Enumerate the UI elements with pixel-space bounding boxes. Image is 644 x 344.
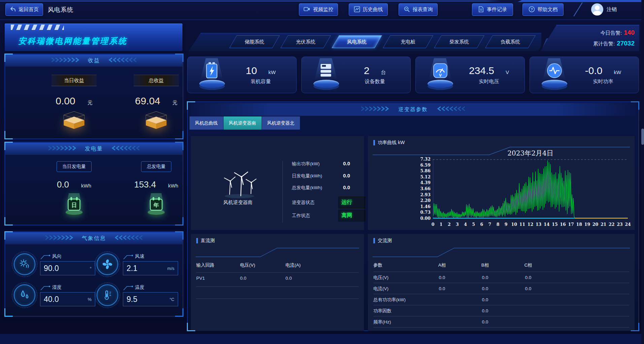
total-generation-label: 总发电量 bbox=[141, 161, 171, 172]
scrollbar-thumb[interactable] bbox=[641, 129, 644, 145]
temperature-cell: 温度 9.5°C bbox=[97, 280, 179, 311]
revenue-panel: 收益 当日收益 0.00元 总收益 69.04元 bbox=[5, 54, 183, 139]
logout-button[interactable]: 注销 bbox=[607, 6, 617, 13]
ac-table-header: 参数A相B相C相 bbox=[373, 262, 629, 268]
device-divider bbox=[282, 161, 283, 223]
humidity-label: 湿度 bbox=[52, 284, 62, 290]
y-axis-tick: 1.46 bbox=[415, 204, 431, 209]
user-avatar[interactable] bbox=[591, 3, 603, 15]
realtime-voltage-unit: V bbox=[506, 69, 509, 75]
x-axis-tick: 24 bbox=[623, 222, 632, 227]
daily-revenue-unit: 元 bbox=[88, 100, 93, 106]
output-power-value: 0.0 bbox=[343, 161, 350, 166]
svg-text:?: ? bbox=[531, 7, 533, 11]
x-axis-tick: 22 bbox=[607, 222, 616, 227]
calendar-year-icon: 年 bbox=[145, 193, 167, 218]
temperature-unit: °C bbox=[169, 297, 174, 302]
today-alarm-count: 140 bbox=[624, 29, 635, 36]
title-marker bbox=[373, 238, 375, 243]
event-log-button[interactable]: 事件记录 bbox=[472, 3, 513, 16]
wind-direction-cell: 风向 90.0° bbox=[14, 249, 97, 280]
hazard-stripes-decoration bbox=[11, 25, 64, 30]
video-monitor-button[interactable]: 视频监控 bbox=[299, 3, 338, 16]
realtime-voltage-card: V 234.5V 实时电压 bbox=[415, 57, 525, 93]
top-right-accent bbox=[518, 0, 644, 2]
daily-revenue-value: 0.00 bbox=[56, 95, 75, 107]
wind-direction-unit: ° bbox=[90, 266, 92, 271]
report-query-button[interactable]: 报表查询 bbox=[399, 3, 438, 16]
navbar-diagonal-divider bbox=[573, 2, 582, 16]
wind-speed-valuebox: 2.1m/s bbox=[123, 261, 178, 275]
wind-speed-label: 风速 bbox=[135, 253, 144, 260]
tab-wind-inverter-north[interactable]: 风机逆变器北 bbox=[262, 116, 300, 130]
ac-row-active-power: 总有功功率(kW)0.0 bbox=[373, 297, 629, 303]
voltage-gauge-icon: V bbox=[423, 58, 457, 92]
inverter-panel-header: 逆变器参数 bbox=[188, 103, 638, 116]
help-icon: ? bbox=[529, 6, 535, 13]
output-power-label: 输出功率(kW) bbox=[292, 161, 342, 167]
x-axis-tick: 23 bbox=[615, 222, 624, 227]
x-axis-tick: 21 bbox=[599, 222, 608, 227]
generation-panel-header: 发电量 bbox=[5, 143, 182, 155]
daily-generation-block: 当日发电量 0.0kWh 日 bbox=[39, 161, 109, 218]
power-curve-subpanel: 功率曲线 kW 2023年2月4日 7.326.595.865.124.393.… bbox=[368, 136, 635, 230]
gold-box-icon bbox=[140, 111, 172, 132]
weather-panel: 气象信息 风向 90.0° bbox=[5, 232, 183, 316]
daily-generation-unit: kWh bbox=[81, 183, 91, 188]
tab-wind-system[interactable]: 风电系统 bbox=[332, 35, 382, 48]
ac-side-subpanel: 交流测 参数A相B相C相 电压(V)0.00.00.0 电流(V)0.00.00… bbox=[368, 234, 635, 331]
report-query-label: 报表查询 bbox=[413, 6, 433, 13]
tab-storage-system[interactable]: 储能系统 bbox=[229, 35, 280, 48]
realtime-power-label: 实时功率 bbox=[571, 78, 635, 85]
y-axis-tick: 4.39 bbox=[415, 180, 431, 185]
total-revenue-block: 总收益 69.04元 bbox=[121, 75, 192, 132]
tab-load-system[interactable]: 负载系统 bbox=[485, 35, 536, 48]
total-revenue-label: 总收益 bbox=[134, 75, 179, 86]
weather-panel-header: 气象信息 bbox=[5, 232, 182, 244]
x-axis-tick: 6 bbox=[477, 222, 486, 227]
tab-charging-pile[interactable]: 充电桩 bbox=[383, 35, 433, 48]
x-axis-tick: 20 bbox=[591, 222, 600, 227]
tab-diesel-system[interactable]: 柴发系统 bbox=[434, 35, 484, 48]
inverter-tabs: 风机总曲线 风机逆变器南 风机逆变器北 bbox=[190, 116, 300, 130]
svg-text:日: 日 bbox=[71, 202, 77, 208]
work-state-label: 工作状态 bbox=[292, 213, 310, 219]
generation-panel: 发电量 当日发电量 0.0kWh 日 总发电量 153.4kWh bbox=[5, 142, 183, 225]
y-axis-tick: 0.00 bbox=[415, 216, 431, 221]
y-axis-tick: 5.86 bbox=[415, 168, 431, 173]
battery-icon bbox=[195, 58, 229, 92]
dc-table-row: PV10.00.0 bbox=[196, 276, 359, 281]
navbar: 返回首页 风电系统 视频监控 历史曲线 报表查询 事件记录 ? 帮助文档 注销 bbox=[0, 0, 644, 20]
weather-panel-title: 气象信息 bbox=[82, 235, 106, 242]
help-doc-button[interactable]: ? 帮助文档 bbox=[522, 3, 564, 16]
device-name: 风机逆变器南 bbox=[210, 199, 266, 206]
revenue-panel-header: 收益 bbox=[5, 55, 182, 67]
dc-side-subpanel: 直流测 输入回路电压(V)电流(A) PV10.00.0 bbox=[191, 234, 364, 331]
y-axis-tick: 5.12 bbox=[415, 174, 431, 179]
tab-pv-system[interactable]: 光伏系统 bbox=[280, 35, 331, 48]
tech-frame-line bbox=[194, 245, 361, 259]
inverter-state-value: 运行 bbox=[338, 197, 365, 208]
x-axis-tick: 19 bbox=[583, 222, 591, 227]
x-axis-tick: 11 bbox=[518, 222, 527, 227]
title-marker bbox=[373, 140, 375, 145]
installed-capacity-label: 装机容量 bbox=[229, 78, 293, 85]
x-axis-tick: 15 bbox=[550, 222, 559, 227]
page-scrollbar bbox=[641, 0, 644, 344]
temperature-valuebox: 9.5°C bbox=[123, 292, 178, 306]
humidity-cell: 湿度 40.0% bbox=[14, 280, 97, 311]
x-axis-tick: 13 bbox=[534, 222, 543, 227]
calendar-day-icon: 日 bbox=[63, 193, 85, 218]
wind-direction-valuebox: 90.0° bbox=[40, 261, 95, 275]
event-log-icon bbox=[478, 6, 484, 13]
x-axis-tick: 18 bbox=[575, 222, 583, 227]
wind-direction-value: 90.0 bbox=[44, 264, 59, 273]
x-axis-tick: 3 bbox=[453, 222, 462, 227]
device-count-value: 2 bbox=[364, 65, 370, 76]
tab-wind-inverter-south[interactable]: 风机逆变器南 bbox=[224, 116, 262, 130]
history-curve-icon bbox=[354, 6, 360, 13]
total-energy-value: 0.0 bbox=[343, 184, 350, 190]
tab-wind-total-curve[interactable]: 风机总曲线 bbox=[190, 116, 223, 130]
history-curve-button[interactable]: 历史曲线 bbox=[349, 3, 388, 16]
back-home-button[interactable]: 返回首页 bbox=[5, 3, 43, 16]
